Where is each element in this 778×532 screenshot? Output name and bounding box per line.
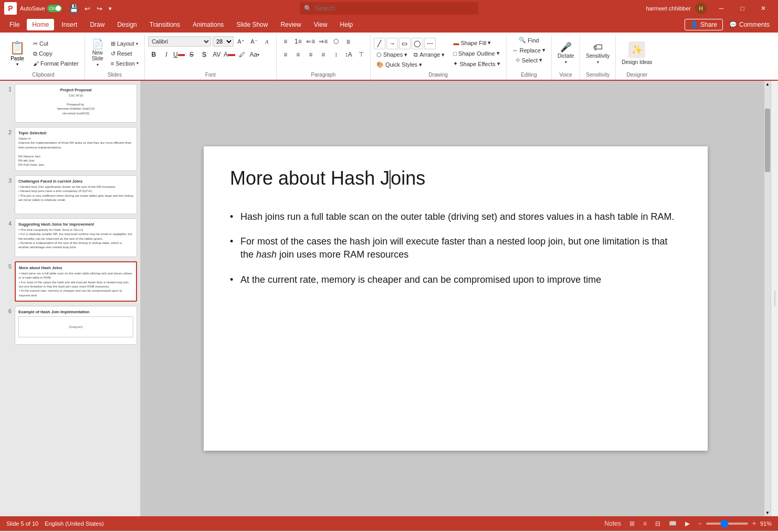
bullets-button[interactable]: ≡: [280, 36, 291, 47]
increase-indent-button[interactable]: ⇒≡: [318, 36, 329, 47]
align-center-button[interactable]: ≡: [292, 49, 304, 60]
maximize-button[interactable]: □: [732, 0, 753, 17]
sensitivity-button[interactable]: 🏷 Sensitivity ▾: [583, 41, 612, 66]
reset-button[interactable]: ↺ Reset: [108, 49, 141, 58]
slide-thumb-3[interactable]: 3 Challenges Faced in current Joins • Ne…: [2, 174, 138, 215]
text-direction-button[interactable]: ↕A: [343, 49, 354, 60]
menu-home[interactable]: Home: [27, 19, 54, 30]
menu-transitions[interactable]: Transitions: [144, 19, 185, 30]
redo-button[interactable]: ↪: [94, 4, 104, 14]
shape-rect[interactable]: ▭: [399, 38, 411, 49]
bullet-item-3[interactable]: At the current rate, memory is cheaper a…: [230, 273, 681, 286]
scroll-thumb[interactable]: [765, 109, 770, 172]
new-slide-button[interactable]: 📄 NewSlide ▾: [88, 38, 107, 69]
text-highlight-button[interactable]: 🖊: [236, 49, 248, 60]
shape-arrow[interactable]: →: [386, 38, 398, 49]
shape-oval[interactable]: ◯: [412, 38, 423, 49]
undo-button[interactable]: ↩: [82, 4, 92, 14]
font-size-select[interactable]: 28: [213, 36, 234, 47]
text-align-button[interactable]: ⊤: [355, 49, 367, 60]
numbering-button[interactable]: 1≡: [292, 36, 304, 47]
notes-button[interactable]: Notes: [603, 519, 623, 528]
more-commands-button[interactable]: ▾: [107, 4, 114, 13]
slide-sorter-button[interactable]: ⊟: [653, 519, 663, 528]
slide-thumb-4[interactable]: 4 Suggesting Hash Joins for improvement …: [2, 217, 138, 258]
font-color-button[interactable]: A: [224, 49, 235, 60]
save-button[interactable]: 💾: [67, 3, 80, 14]
char-spacing-button[interactable]: AV: [211, 49, 223, 60]
dictate-button[interactable]: 🎤 Dictate ▾: [555, 41, 576, 66]
increase-font-button[interactable]: A⁺: [235, 36, 247, 47]
search-input[interactable]: [315, 5, 474, 12]
slide-preview-6[interactable]: Example of Hash Join Implementation [Dia…: [15, 306, 137, 345]
shapes-button[interactable]: ⬡ Shapes ▾: [374, 50, 410, 59]
copy-button[interactable]: ⧉ Copy: [30, 49, 81, 58]
slide-preview-2[interactable]: Topic Selected: Option A:Improve the imp…: [15, 127, 137, 171]
justify-button[interactable]: ≡: [318, 49, 329, 60]
align-right-button[interactable]: ≡: [305, 49, 317, 60]
content-area[interactable]: More about Hash Joins Hash joins run a f…: [141, 81, 771, 516]
columns-button[interactable]: ⫼: [343, 36, 354, 47]
scroll-up-button[interactable]: ▲: [764, 81, 771, 88]
vertical-scrollbar[interactable]: ▲ ▼: [764, 81, 771, 516]
close-button[interactable]: ✕: [753, 0, 774, 17]
menu-design[interactable]: Design: [112, 19, 142, 30]
scroll-down-button[interactable]: ▼: [764, 509, 771, 516]
bullet-item-2[interactable]: For most of the cases the hash join will…: [230, 235, 681, 261]
outline-view-button[interactable]: ≡: [641, 519, 649, 528]
slide-thumb-5[interactable]: 5 More about Hash Joins • Hash joins run…: [2, 260, 138, 303]
shape-line[interactable]: ╱: [374, 38, 385, 49]
font-family-select[interactable]: Calibri: [148, 36, 211, 47]
replace-button[interactable]: ↔ Replace ▾: [510, 46, 548, 55]
slide-canvas[interactable]: More about Hash Joins Hash joins run a f…: [204, 146, 708, 451]
slide-title[interactable]: More about Hash Joins: [230, 167, 681, 189]
slide-thumb-2[interactable]: 2 Topic Selected: Option A:Improve the i…: [2, 126, 138, 172]
zoom-in-button[interactable]: +: [750, 519, 758, 528]
smart-art-button[interactable]: ⬡: [330, 36, 342, 47]
change-case-button[interactable]: Aa ▾: [249, 49, 260, 60]
quick-styles-button[interactable]: 🎨 Quick Styles ▾: [374, 60, 425, 69]
italic-button[interactable]: I: [161, 49, 172, 60]
design-ideas-button[interactable]: ✨ Design Ideas: [619, 40, 655, 67]
paste-button[interactable]: 📋 Paste ▾: [5, 38, 29, 69]
bold-button[interactable]: B: [148, 49, 160, 60]
decrease-indent-button[interactable]: ⇐≡: [305, 36, 317, 47]
clear-format-button[interactable]: 𝐴: [261, 36, 273, 47]
search-bar[interactable]: 🔍: [300, 2, 478, 15]
comments-button[interactable]: 💬 Comments: [725, 19, 774, 30]
arrange-button[interactable]: ⧉ Arrange ▾: [411, 50, 447, 59]
find-button[interactable]: 🔍 Find: [516, 36, 541, 45]
shape-fill-button[interactable]: ▬ Shape Fill ▾: [450, 38, 502, 47]
slide-preview-5[interactable]: More about Hash Joins • Hash joins run a…: [15, 261, 137, 302]
menu-animations[interactable]: Animations: [187, 19, 229, 30]
layout-button[interactable]: ⊞ Layout ▾: [108, 39, 141, 48]
zoom-slider[interactable]: [706, 523, 748, 525]
format-painter-button[interactable]: 🖌 Format Painter: [30, 59, 81, 68]
bullet-item-1[interactable]: Hash joins run a full table scan on the …: [230, 210, 681, 224]
menu-draw[interactable]: Draw: [85, 19, 110, 30]
slide-thumb-6[interactable]: 6 Example of Hash Join Implementation [D…: [2, 305, 138, 346]
menu-file[interactable]: File: [4, 19, 25, 30]
menu-insert[interactable]: Insert: [56, 19, 82, 30]
shape-outline-button[interactable]: □ Shape Outline ▾: [450, 49, 502, 58]
share-button[interactable]: 👤 Share: [685, 19, 723, 30]
select-button[interactable]: ⊹ Select ▾: [513, 56, 545, 65]
menu-help[interactable]: Help: [335, 19, 359, 30]
panel-handle[interactable]: [774, 291, 775, 306]
cut-button[interactable]: ✂ Cut: [30, 39, 81, 48]
slideshow-button[interactable]: ▶: [683, 519, 692, 528]
menu-slideshow[interactable]: Slide Show: [231, 19, 273, 30]
menu-view[interactable]: View: [309, 19, 333, 30]
strikethrough-button[interactable]: S: [186, 49, 197, 60]
zoom-out-button[interactable]: −: [696, 519, 704, 528]
slide-preview-3[interactable]: Challenges Faced in current Joins • Nest…: [15, 175, 137, 214]
shape-more[interactable]: ⋯: [424, 38, 436, 49]
decrease-font-button[interactable]: A⁻: [248, 36, 260, 47]
minimize-button[interactable]: ─: [711, 0, 732, 17]
autosave-toggle[interactable]: On: [47, 5, 62, 12]
reading-view-button[interactable]: 📖: [667, 519, 679, 528]
underline-button[interactable]: U: [173, 49, 185, 60]
shape-effects-button[interactable]: ✦ Shape Effects ▾: [450, 59, 502, 68]
normal-view-button[interactable]: ⊞: [627, 519, 637, 528]
slide-thumb-1[interactable]: 1 Project Proposal CSC 8710Prepared by:h…: [2, 83, 138, 124]
